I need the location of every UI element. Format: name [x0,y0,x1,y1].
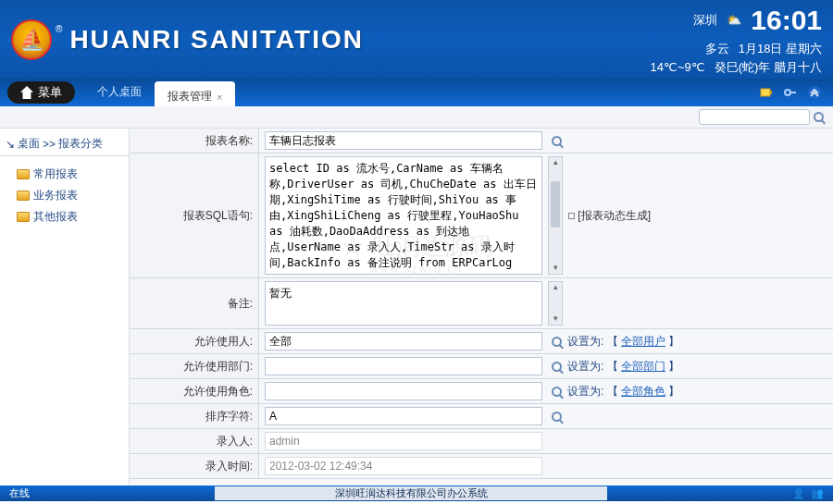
folder-icon [17,212,30,222]
users-icon[interactable]: 👥 [811,487,824,499]
label-entry-time: 录入时间: [130,454,259,478]
online-status: 在线 [9,486,30,500]
entry-user-field [265,432,542,450]
label-report-name: 报表名称: [130,129,259,153]
checkbox-dynamic[interactable] [568,213,575,219]
link-all-depts[interactable]: 全部部门 [621,360,665,373]
key-icon[interactable] [783,85,798,100]
header-info: 深圳 ⛅ 16:01 多云 1月18日 星期六 14℃~9℃ 癸巳(蛇)年 腊月… [650,2,822,78]
home-icon [20,86,33,99]
report-name-input[interactable] [265,131,542,150]
main-menu-button[interactable]: 菜单 [7,81,75,104]
label-allow-dept: 允许使用部门: [130,354,259,378]
user-icon[interactable]: 👤 [792,487,805,499]
close-icon[interactable]: × [217,92,222,103]
collapse-icon[interactable] [807,85,822,100]
app-title: HUANRI SANITATION [69,25,364,55]
weather-icon: ⛅ [727,12,741,29]
search-icon[interactable] [814,112,824,122]
scrollbar[interactable]: ▴▾ [548,281,563,326]
lookup-icon[interactable] [552,136,562,146]
label-allow-role: 允许使用角色: [130,379,259,403]
app-header: ⛵ ® HUANRI SANITATION 深圳 ⛅ 16:01 多云 1月18… [0,0,833,79]
status-bar: 在线 深圳旺润达科技有限公司办公系统 👤 👥 [0,486,833,501]
tree-item-business[interactable]: 业务报表 [4,185,125,206]
clock-time: 16:01 [751,2,822,40]
lookup-icon[interactable] [552,387,562,397]
dynamic-label: [报表动态生成] [578,209,651,222]
entry-time-field [265,457,542,475]
svg-rect-3 [789,92,796,93]
tree-item-common[interactable]: 常用报表 [4,164,125,185]
breadcrumb: ↘ 桌面 >> 报表分类 [0,132,129,156]
lookup-icon[interactable] [552,412,562,422]
folder-icon [17,169,30,179]
allow-role-input[interactable] [265,382,542,400]
lookup-icon[interactable] [552,337,562,347]
temp-text: 14℃~9℃ [650,59,704,76]
label-sort: 排序字符: [130,404,259,428]
folder-icon [17,191,30,201]
link-all-roles[interactable]: 全部角色 [621,385,665,398]
crumb-desktop[interactable]: 桌面 [18,136,40,152]
sort-input[interactable] [265,407,542,425]
form-panel: 报表名称: 报表SQL语句: select ID as 流水号,CarName … [130,129,833,486]
link-all-users[interactable]: 全部用户 [621,335,665,348]
chevron-icon: ↘ [6,138,15,151]
battery-icon[interactable] [759,85,774,100]
crumb-category[interactable]: 报表分类 [58,136,103,152]
search-bar [0,106,833,129]
svg-rect-0 [761,89,770,96]
nav-bar: 菜单 个人桌面 报表管理 × [0,79,833,106]
crumb-sep: >> [43,138,56,151]
footer-company: 深圳旺润达科技有限公司办公系统 [215,486,607,500]
scrollbar[interactable]: ▴▾ [548,156,563,275]
date-text: 1月18日 星期六 [739,41,822,57]
tree-item-other[interactable]: 其他报表 [4,206,125,227]
weather-text: 多云 [705,41,729,57]
menu-label: 菜单 [38,84,62,101]
svg-rect-1 [770,91,772,94]
allow-dept-input[interactable] [265,357,542,375]
sql-textarea[interactable]: select ID as 流水号,CarName as 车辆名称,DriverU… [265,156,542,275]
tab-personal-desktop[interactable]: 个人桌面 [84,79,155,106]
tab-report-manage[interactable]: 报表管理 × [155,81,235,106]
label-allow-user: 允许使用人: [130,329,259,353]
registered-mark: ® [56,24,62,34]
allow-user-input[interactable] [265,332,542,350]
app-logo: ⛵ [11,19,52,60]
label-entry-user: 录入人: [130,429,259,453]
lookup-icon[interactable] [552,362,562,372]
label-sql: 报表SQL语句: [130,154,259,277]
note-textarea[interactable]: 暂无 [265,281,542,326]
search-input[interactable] [699,109,810,125]
city-label: 深圳 [693,12,717,29]
sidebar: ↘ 桌面 >> 报表分类 常用报表 业务报表 其他报表 [0,129,130,486]
label-note: 备注: [130,278,259,328]
report-tree: 常用报表 业务报表 其他报表 [0,156,129,235]
lunar-text: 癸巳(蛇)年 腊月十八 [715,59,822,76]
tab-report-label: 报表管理 [168,89,212,104]
